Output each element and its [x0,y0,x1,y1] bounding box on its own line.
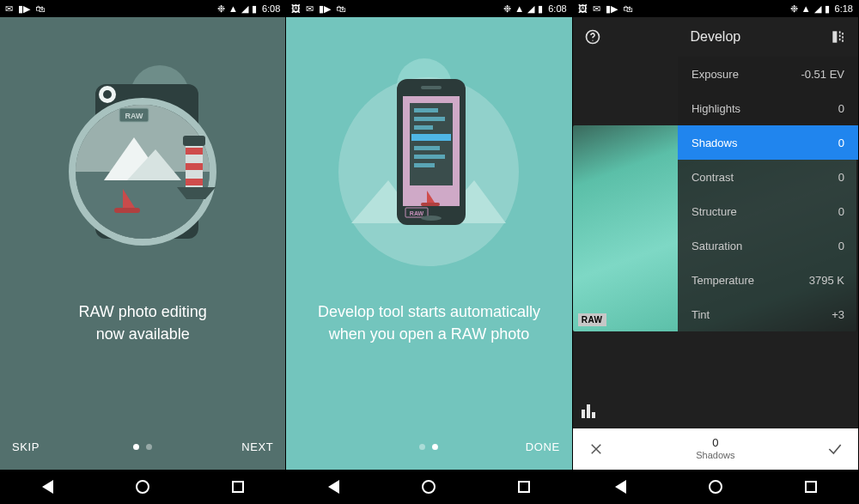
nav-back-button[interactable] [612,478,629,495]
done-button[interactable]: DONE [526,440,560,453]
nav-back-button[interactable] [39,478,56,495]
slider-value: -0.51 EV [801,68,844,81]
svg-rect-26 [414,117,445,121]
sliders-panel: Exposure-0.51 EVHighlights0Shadows0Contr… [678,57,858,331]
mail-icon: ✉ [306,3,314,15]
bluetooth-icon: ❉ [217,3,225,15]
page-dots [133,444,152,450]
onboarding-screen-2: 🖼 ✉ ▮▶ 🛍 ❉ ▲ ◢ ▮ 6:08 [286,0,572,504]
histogram-icon[interactable] [582,404,599,422]
slider-value: 0 [838,171,844,184]
signal-icon: ◢ [814,3,821,15]
slider-name: Structure [691,205,737,218]
develop-header: Develop [573,17,858,57]
svg-rect-41 [839,31,841,33]
svg-rect-31 [414,163,435,167]
svg-rect-48 [587,404,590,418]
mail-icon: ✉ [593,3,600,15]
slider-value: 0 [838,240,844,252]
onboarding-screen-1: ✉ ▮▶ 🛍 ❉ ▲ ◢ ▮ 6:08 [0,0,286,504]
battery-icon: ▮ [538,3,543,15]
svg-rect-44 [842,33,844,35]
signal-icon: ◢ [241,3,248,15]
nav-home-button[interactable] [134,478,151,495]
svg-rect-7 [114,208,140,213]
status-bar: ✉ ▮▶ 🛍 ❉ ▲ ◢ ▮ 6:08 [0,0,285,17]
dot-2[interactable] [432,444,438,450]
svg-rect-36 [421,86,442,89]
status-bar: 🖼 ✉ ▮▶ 🛍 ❉ ▲ ◢ ▮ 6:08 [286,0,571,17]
battery-icon: ▮ [252,3,257,15]
wifi-icon: ▲ [515,3,524,14]
clock: 6:08 [262,3,280,14]
image-icon: 🖼 [291,3,301,15]
svg-rect-12 [183,136,205,146]
slider-name: Temperature [691,274,754,287]
raw-badge: RAW [578,313,606,326]
slider-row-tint[interactable]: Tint+3 [678,297,858,331]
nav-recent-button[interactable] [802,478,819,495]
slider-name: Highlights [691,102,740,115]
onboarding-headline: RAW photo editing now available [61,301,223,345]
slider-row-saturation[interactable]: Saturation0 [678,228,858,263]
help-icon[interactable] [583,27,602,46]
svg-text:RAW: RAW [410,210,424,216]
nav-recent-button[interactable] [515,478,533,495]
svg-point-39 [592,40,593,41]
nav-home-button[interactable] [420,478,437,495]
slider-row-shadows[interactable]: Shadows0 [678,125,858,160]
skip-button[interactable]: SKIP [12,440,40,453]
apply-button[interactable] [825,440,844,458]
bluetooth-icon: ❉ [503,3,511,15]
store-icon: 🛍 [623,3,632,15]
slider-row-structure[interactable]: Structure0 [678,194,858,228]
slider-value: 0 [838,102,844,115]
clock: 6:08 [548,3,566,14]
dot-2[interactable] [146,444,152,450]
slider-value: 3795 K [809,274,844,287]
wifi-icon: ▲ [228,3,238,14]
develop-body: RAW Exposure-0.51 EVHighlights0Shadows0C… [573,57,858,428]
illustration-raw-card: RAW [44,43,241,266]
nav-recent-button[interactable] [229,478,247,495]
slider-value: 0 [838,205,844,218]
svg-rect-49 [592,412,595,418]
compare-icon[interactable] [829,27,848,46]
svg-rect-28 [411,134,451,141]
tag-icon: ▮▶ [606,3,618,15]
page-dots [419,444,438,450]
svg-rect-42 [839,35,841,38]
illustration-phone: RAW [330,43,527,266]
slider-name: Tint [691,308,710,321]
nav-home-button[interactable] [707,478,724,495]
dot-1[interactable] [133,444,139,450]
svg-text:RAW: RAW [125,112,144,120]
image-icon: 🖼 [578,3,588,15]
bluetooth-icon: ❉ [790,3,798,15]
svg-rect-43 [839,39,841,41]
cancel-button[interactable] [587,440,606,458]
current-slider-readout[interactable]: 0 Shadows [606,437,825,461]
dot-1[interactable] [419,444,425,450]
slider-row-exposure[interactable]: Exposure-0.51 EV [678,57,858,91]
svg-rect-11 [186,179,203,185]
signal-icon: ◢ [527,3,534,15]
nav-back-button[interactable] [326,478,343,495]
slider-row-contrast[interactable]: Contrast0 [678,160,858,194]
svg-point-17 [103,90,112,99]
svg-rect-25 [414,108,438,112]
slider-name: Exposure [691,68,739,81]
svg-rect-27 [414,125,433,130]
develop-footer: 0 Shadows [573,428,858,470]
svg-rect-40 [832,31,837,42]
slider-row-highlights[interactable]: Highlights0 [678,91,858,125]
svg-rect-30 [414,155,445,159]
slider-name: Contrast [691,171,734,184]
onboarding-headline: Develop tool starts automatically when y… [301,301,557,345]
wifi-icon: ▲ [801,3,811,14]
tag-icon: ▮▶ [18,3,30,15]
slider-name: Saturation [691,240,742,252]
svg-rect-33 [421,203,440,206]
slider-row-temperature[interactable]: Temperature3795 K [678,263,858,297]
next-button[interactable]: NEXT [241,440,273,453]
